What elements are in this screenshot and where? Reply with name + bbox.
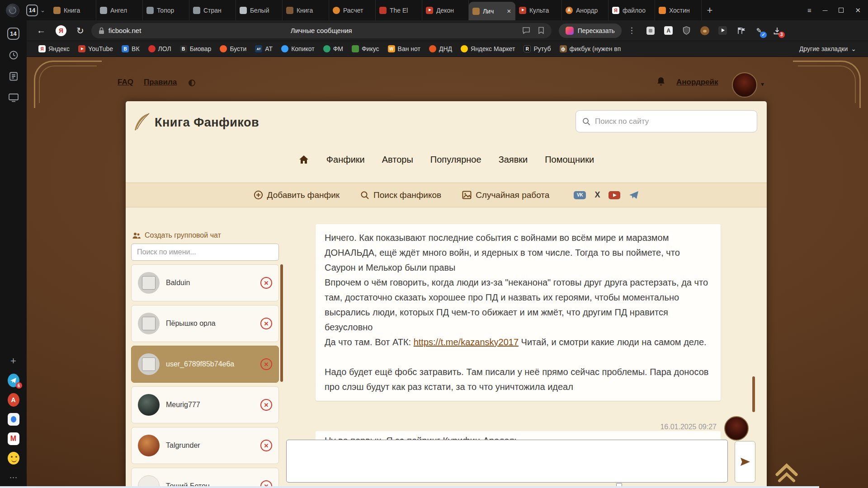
sidebar-more-icon[interactable]: ⋯	[8, 472, 19, 483]
flags-extension-icon[interactable]	[736, 26, 746, 36]
telegram-icon[interactable]	[629, 191, 639, 199]
delete-chat-icon[interactable]: ✕	[260, 277, 272, 289]
theme-toggle-icon[interactable]	[189, 80, 195, 86]
other-bookmarks-button[interactable]: Другие закладки ⌄	[799, 45, 856, 52]
bookmark-yandex-market[interactable]: Яндекс Маркет	[461, 45, 515, 52]
smiley-icon[interactable]	[8, 452, 19, 464]
faq-link[interactable]: FAQ	[118, 78, 133, 87]
scroll-to-top-button[interactable]	[774, 461, 800, 486]
bookmark-flag-icon[interactable]	[538, 27, 544, 34]
tab-8[interactable]: Декон	[422, 0, 469, 20]
nav-requests[interactable]: Заявки	[499, 155, 528, 165]
retell-button[interactable]: Пересказать	[559, 23, 622, 38]
extension-cube-icon[interactable]	[646, 26, 656, 36]
minimize-button[interactable]: ─	[823, 6, 828, 14]
url-bar[interactable]: ficbook.net Личные сообщения	[91, 23, 552, 38]
feed-icon[interactable]	[8, 70, 19, 82]
tab-5[interactable]: Книга	[283, 0, 329, 20]
screenshot-icon[interactable]	[8, 92, 19, 103]
tab-12[interactable]: файлоо	[609, 0, 655, 20]
username-link[interactable]: Анордрейк	[676, 78, 718, 87]
bookmark-kopikot[interactable]: Копикот	[281, 45, 315, 52]
random-work-button[interactable]: Случайная работа	[462, 190, 549, 200]
tab-13[interactable]: Хостин	[655, 0, 702, 20]
url-menu-icon[interactable]: ⋮	[628, 26, 636, 35]
shield-icon[interactable]	[682, 26, 692, 36]
delete-chat-icon[interactable]: ✕	[260, 318, 272, 329]
new-tab-button[interactable]: +	[702, 0, 718, 20]
tab-active-messages[interactable]: Лич ✕	[469, 2, 515, 20]
chat-search[interactable]	[131, 244, 279, 261]
nav-helpers[interactable]: Помощники	[545, 155, 594, 165]
chat-item-toshchiy[interactable]: Тощий Бетон ✕	[131, 468, 279, 488]
x-icon[interactable]: X	[594, 190, 600, 200]
sticker-icon[interactable]	[8, 413, 19, 425]
nav-authors[interactable]: Авторы	[382, 155, 413, 165]
create-group-chat-button[interactable]: Создать групповой чат	[132, 231, 221, 239]
bookmark-at[interactable]: АТ	[255, 45, 273, 52]
search-fanfics-button[interactable]: Поиск фанфиков	[360, 190, 441, 200]
bookmark-dnd[interactable]: ДНД	[429, 45, 452, 52]
alice-icon[interactable]: А	[8, 394, 19, 406]
site-logo[interactable]: Книга Фанфиков	[133, 112, 259, 133]
tab-1[interactable]: Ангел	[96, 0, 143, 20]
chat-item-balduin[interactable]: Balduin ✕	[131, 264, 279, 301]
tab-4[interactable]: Белый	[236, 0, 283, 20]
bear-extension-icon[interactable]	[700, 26, 710, 36]
delete-chat-icon[interactable]: ✕	[260, 440, 272, 451]
nav-fanfics[interactable]: Фанфики	[326, 155, 365, 165]
chat-item-user-selected[interactable]: user_6789f85b74e6a ✕	[131, 346, 279, 383]
bookmark-vk[interactable]: ВК	[122, 45, 140, 52]
bookmark-rutube[interactable]: Рутуб	[524, 45, 551, 52]
bookmark-biovar[interactable]: Биовар	[180, 45, 212, 52]
yandex-search-icon[interactable]: Я	[56, 25, 66, 36]
user-avatar[interactable]	[732, 72, 757, 98]
delete-chat-icon[interactable]: ✕	[260, 399, 272, 411]
rules-link[interactable]: Правила	[144, 78, 177, 87]
bookmark-fm[interactable]: ФМ	[323, 45, 343, 52]
message-input[interactable]	[287, 440, 727, 482]
bookmark-lol[interactable]: ЛОЛ	[148, 45, 171, 52]
tab-11[interactable]: Анордр	[562, 0, 609, 20]
chat-list-scrollbar[interactable]	[280, 264, 283, 382]
site-search[interactable]	[576, 110, 757, 132]
browser-menu-button[interactable]: ≡	[807, 6, 811, 14]
bookmark-ficus[interactable]: Фикус	[352, 45, 379, 52]
nav-popular[interactable]: Популярное	[430, 155, 481, 165]
telegram-link[interactable]: https://t.me/kazansky2017	[414, 337, 519, 347]
sidebar-tabs-button[interactable]: 14	[7, 28, 19, 40]
chat-item-meurig[interactable]: Meurig777 ✕	[131, 386, 279, 423]
tab-7[interactable]: The El	[376, 0, 422, 20]
sidebar-add-icon[interactable]: +	[8, 355, 19, 367]
tab-2[interactable]: Топор	[143, 0, 189, 20]
messages-scrollbar[interactable]	[752, 376, 755, 412]
chat-item-pyoryshko[interactable]: Пёрышко орла ✕	[131, 305, 279, 342]
tab-6[interactable]: Расчет	[329, 0, 376, 20]
downloads-button[interactable]: 3	[772, 26, 782, 36]
tab-counter-button[interactable]: 14 ⌄	[26, 5, 45, 16]
bookmark-boosty[interactable]: Бусти	[220, 45, 246, 52]
delete-chat-icon[interactable]: ✕	[260, 358, 272, 370]
maximize-button[interactable]	[839, 8, 844, 13]
site-search-input[interactable]	[595, 117, 750, 126]
close-window-button[interactable]: ✕	[855, 6, 861, 14]
telegram-icon[interactable]: 6	[8, 375, 19, 386]
mail-icon[interactable]: M	[8, 433, 19, 445]
bookmark-youtube[interactable]: YouTube	[78, 45, 113, 52]
history-icon[interactable]	[8, 49, 19, 61]
bookmark-yandex[interactable]: Яндекс	[38, 45, 70, 52]
bookmark-ficbook[interactable]: фикбук (нужен вп	[560, 45, 621, 52]
refresh-button[interactable]: ↻	[76, 25, 84, 36]
chat-item-talgrunder[interactable]: Talgrunder ✕	[131, 427, 279, 464]
youtube-icon[interactable]	[609, 191, 620, 199]
chat-search-input[interactable]	[137, 248, 273, 256]
tab-3[interactable]: Стран	[189, 0, 236, 20]
home-icon[interactable]	[298, 155, 309, 164]
tab-0[interactable]: Книга	[50, 0, 96, 20]
back-button[interactable]: ←	[37, 25, 46, 36]
vk-icon[interactable]: VK	[574, 191, 586, 199]
browser-logo-icon[interactable]	[6, 4, 19, 17]
player-extension-icon[interactable]	[718, 26, 728, 36]
bookmark-wannote[interactable]: Ван нот	[388, 45, 420, 52]
close-tab-icon[interactable]: ✕	[507, 8, 511, 14]
